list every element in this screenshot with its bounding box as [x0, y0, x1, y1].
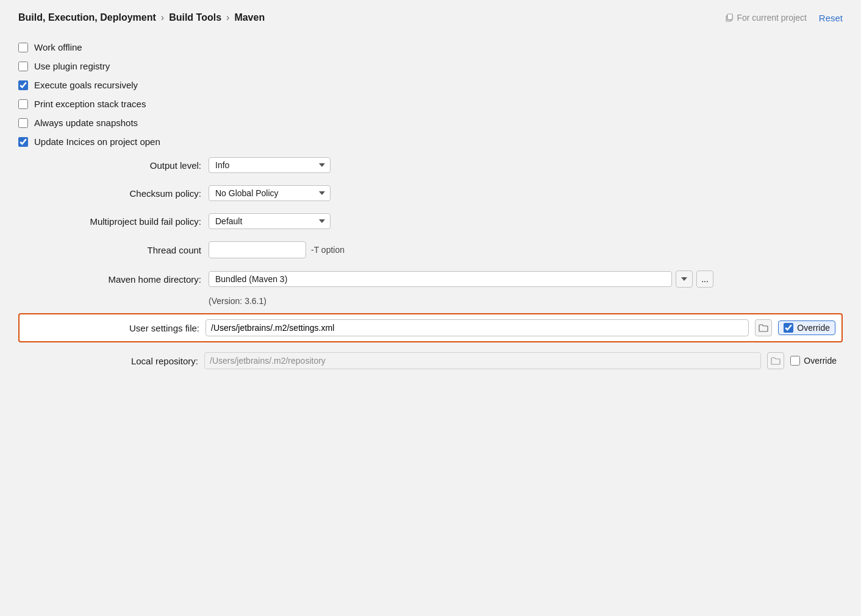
maven-home-row-control: Bundled (Maven 3) ...	[209, 271, 713, 288]
for-current-project-label: For current project	[725, 13, 806, 23]
thread-count-input[interactable]	[209, 241, 306, 258]
local-repository-override-container: Override	[790, 356, 837, 366]
checkbox-row-print-exception: Print exception stack traces	[18, 94, 843, 113]
user-settings-file-row: User settings file: Override	[18, 313, 843, 342]
maven-version-text: (Version: 3.6.1)	[18, 294, 843, 311]
user-settings-override-checkbox[interactable]	[784, 323, 793, 333]
maven-home-directory-label: Maven home directory:	[18, 274, 201, 285]
user-settings-file-label: User settings file:	[26, 323, 199, 333]
output-level-row: Output level: Info Debug Warning Error	[18, 151, 843, 179]
update-indices-label[interactable]: Update Incices on project open	[34, 136, 160, 147]
thread-count-label: Thread count	[18, 245, 201, 255]
checkbox-row-work-offline: Work offline	[18, 38, 843, 57]
checksum-policy-select[interactable]: No Global Policy Warn Fail Ignore	[209, 185, 330, 201]
update-indices-checkbox[interactable]	[18, 137, 28, 147]
maven-home-directory-select[interactable]: Bundled (Maven 3)	[209, 271, 672, 287]
user-settings-file-input[interactable]	[205, 319, 749, 336]
folder-icon	[771, 356, 781, 365]
print-exception-label[interactable]: Print exception stack traces	[34, 99, 146, 109]
checksum-policy-row: Checksum policy: No Global Policy Warn F…	[18, 179, 843, 207]
user-settings-override-label[interactable]: Override	[797, 323, 830, 333]
multiproject-build-fail-policy-label: Multiproject build fail policy:	[18, 216, 201, 227]
multiproject-build-fail-policy-control: Default At End Never	[209, 213, 330, 229]
checkbox-row-execute-goals-recursively: Execute goals recursively	[18, 76, 843, 94]
folder-icon	[759, 324, 768, 332]
always-update-snapshots-label[interactable]: Always update snapshots	[34, 118, 138, 128]
user-settings-file-browse-button[interactable]	[755, 319, 772, 336]
always-update-snapshots-checkbox[interactable]	[18, 118, 28, 128]
local-repository-row: Local repository: Override	[18, 347, 843, 374]
local-repository-browse-button[interactable]	[767, 352, 784, 369]
output-level-select[interactable]: Info Debug Warning Error	[209, 157, 330, 173]
work-offline-checkbox[interactable]	[18, 43, 28, 52]
maven-home-dropdown-arrow[interactable]	[676, 271, 693, 288]
checkbox-row-update-indices: Update Incices on project open	[18, 132, 843, 151]
breadcrumb-part2[interactable]: Build Tools	[169, 12, 221, 23]
use-plugin-registry-checkbox[interactable]	[18, 62, 28, 71]
output-level-control: Info Debug Warning Error	[209, 157, 330, 173]
breadcrumb: Build, Execution, Deployment › Build Too…	[18, 12, 843, 23]
local-repository-label: Local repository:	[24, 356, 198, 366]
thread-count-control: -T option	[209, 241, 345, 258]
chevron-down-icon	[681, 277, 687, 281]
settings-list: Work offline Use plugin registry Execute…	[18, 38, 843, 377]
checkbox-row-use-plugin-registry: Use plugin registry	[18, 57, 843, 76]
multiproject-build-fail-policy-row: Multiproject build fail policy: Default …	[18, 207, 843, 235]
checksum-policy-label: Checksum policy:	[18, 188, 201, 199]
reset-button[interactable]: Reset	[819, 13, 843, 23]
maven-home-browse-button[interactable]: ...	[696, 271, 713, 288]
copy-icon	[725, 13, 734, 22]
multiproject-build-fail-policy-select[interactable]: Default At End Never	[209, 213, 330, 229]
print-exception-checkbox[interactable]	[18, 99, 28, 109]
use-plugin-registry-label[interactable]: Use plugin registry	[34, 61, 110, 71]
thread-count-row: Thread count -T option	[18, 235, 843, 264]
breadcrumb-sep1: ›	[161, 12, 164, 23]
t-option-label: -T option	[311, 245, 345, 255]
local-repository-override-checkbox[interactable]	[790, 356, 800, 366]
local-repository-override-label[interactable]: Override	[804, 356, 837, 366]
breadcrumb-part3: Maven	[234, 12, 265, 23]
user-settings-override-container: Override	[778, 320, 835, 335]
execute-goals-recursively-label[interactable]: Execute goals recursively	[34, 80, 138, 90]
checkbox-row-always-update-snapshots: Always update snapshots	[18, 113, 843, 132]
checksum-policy-control: No Global Policy Warn Fail Ignore	[209, 185, 330, 201]
breadcrumb-sep2: ›	[226, 12, 229, 23]
maven-home-directory-row: Maven home directory: Bundled (Maven 3) …	[18, 264, 843, 294]
svg-rect-2	[727, 14, 732, 19]
execute-goals-recursively-checkbox[interactable]	[18, 80, 28, 90]
breadcrumb-part1: Build, Execution, Deployment	[18, 12, 156, 23]
output-level-label: Output level:	[18, 160, 201, 171]
local-repository-input[interactable]	[204, 352, 761, 369]
work-offline-label[interactable]: Work offline	[34, 42, 82, 52]
